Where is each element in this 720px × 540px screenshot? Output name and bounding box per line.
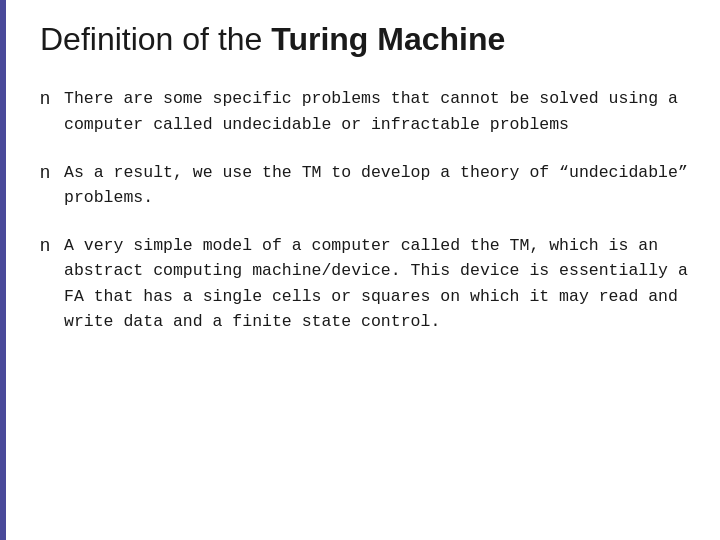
bullet-marker-1: n xyxy=(40,88,50,109)
bullet-item-2: n As a result, we use the TM to develop … xyxy=(40,160,690,211)
bullet-item-3: n A very simple model of a computer call… xyxy=(40,233,690,335)
slide: Definition of the Turing Machine n There… xyxy=(0,0,720,540)
content-area: n There are some specific problems that … xyxy=(30,86,690,335)
bullet-text-2: As a result, we use the TM to develop a … xyxy=(64,160,690,211)
bullet-text-1: There are some specific problems that ca… xyxy=(64,86,690,137)
bullet-item-1: n There are some specific problems that … xyxy=(40,86,690,137)
title-prefix: Definition of the xyxy=(40,21,271,57)
left-border-decoration xyxy=(0,0,6,540)
title-highlight: Turing Machine xyxy=(271,21,505,57)
slide-title: Definition of the Turing Machine xyxy=(40,20,690,58)
title-area: Definition of the Turing Machine xyxy=(30,20,690,58)
bullet-marker-3: n xyxy=(40,235,50,256)
bullet-marker-2: n xyxy=(40,162,50,183)
bullet-text-3: A very simple model of a computer called… xyxy=(64,233,690,335)
